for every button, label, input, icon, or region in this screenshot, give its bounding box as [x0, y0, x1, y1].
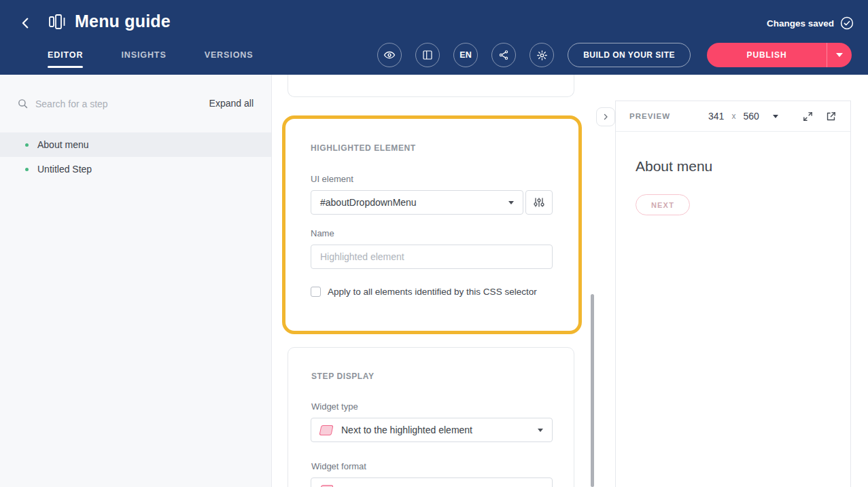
preview-header: PREVIEW 341 x 560 — [616, 101, 850, 132]
widget-format-label: Widget format — [311, 461, 366, 471]
steps-sidebar: Expand all About menu Untitled Step — [0, 75, 272, 487]
check-circle-icon — [840, 16, 854, 30]
gear-icon — [536, 50, 548, 61]
changes-saved-status: Changes saved — [767, 16, 854, 30]
chevron-down-icon — [836, 53, 843, 57]
header-actions: EN BUILD ON YOUR SITE PUBLISH — [377, 43, 852, 67]
publish-button[interactable]: PUBLISH — [707, 43, 827, 67]
back-button[interactable] — [17, 14, 35, 32]
widget-format-select[interactable] — [311, 477, 553, 487]
step-list: About menu Untitled Step — [0, 132, 271, 181]
chevron-down-icon — [773, 115, 778, 118]
settings-button[interactable] — [530, 43, 554, 67]
editor-scrollbar[interactable] — [591, 294, 594, 487]
preview-actions — [802, 111, 837, 122]
collapse-preview-button[interactable] — [596, 107, 615, 126]
highlighted-element-card: HIGHLIGHTED ELEMENT UI element #aboutDro… — [282, 115, 582, 334]
tab-insights[interactable]: INSIGHTS — [121, 38, 166, 75]
share-button[interactable] — [491, 43, 516, 67]
widget-type-label: Widget type — [311, 401, 358, 412]
preview-height: 560 — [743, 111, 759, 122]
ui-element-label: UI element — [311, 174, 353, 184]
name-label: Name — [311, 228, 334, 238]
preview-panel: PREVIEW 341 x 560 About menu NEXT — [615, 101, 851, 487]
apply-all-checkbox[interactable] — [311, 287, 321, 297]
step-item-untitled[interactable]: Untitled Step — [0, 157, 271, 181]
ui-element-select[interactable]: #aboutDropdownMenu — [311, 190, 523, 215]
tab-editor[interactable]: EDITOR — [48, 38, 83, 75]
step-search-row: Expand all — [0, 75, 271, 118]
publish-split-button: PUBLISH — [707, 43, 852, 67]
preview-eye-button[interactable] — [377, 43, 402, 67]
selector-settings-button[interactable] — [525, 190, 553, 215]
editor-canvas: HIGHLIGHTED ELEMENT UI element #aboutDro… — [273, 75, 615, 487]
search-input[interactable] — [35, 96, 178, 111]
widget-format-icon — [319, 485, 333, 487]
fullscreen-button[interactable] — [802, 111, 814, 122]
expand-icon — [802, 111, 814, 122]
step-label: Untitled Step — [37, 164, 92, 175]
share-icon — [498, 50, 509, 60]
open-in-new-tab-button[interactable] — [825, 111, 837, 122]
widget-type-select[interactable]: Next to the highlighted element — [311, 418, 553, 442]
highlighted-element-name-input[interactable] — [311, 245, 553, 269]
preview-label: PREVIEW — [629, 112, 670, 120]
step-display-card: STEP DISPLAY Widget type Next to the hig… — [288, 347, 574, 487]
preview-step-title: About menu — [636, 158, 850, 175]
step-item-about-menu[interactable]: About menu — [0, 132, 271, 157]
chevron-down-icon — [508, 201, 514, 204]
expand-all-link[interactable]: Expand all — [209, 98, 254, 109]
publish-dropdown-button[interactable] — [827, 43, 852, 67]
ui-element-value: #aboutDropdownMenu — [320, 197, 417, 208]
preview-times: x — [731, 111, 735, 121]
chevron-right-icon — [602, 113, 610, 121]
preview-size-select[interactable]: 341 x 560 — [708, 111, 778, 122]
preview-width: 341 — [708, 111, 724, 122]
section-title-step-display: STEP DISPLAY — [311, 372, 375, 381]
layout-icon — [422, 50, 433, 60]
preview-next-button[interactable]: NEXT — [636, 194, 690, 215]
build-on-your-site-button[interactable]: BUILD ON YOUR SITE — [568, 43, 691, 67]
step-dot — [25, 168, 29, 171]
eye-icon — [383, 49, 396, 61]
app-window: Menu guide Changes saved EDITOR INSIGHTS… — [0, 0, 868, 487]
external-link-icon — [825, 111, 837, 122]
language-button[interactable]: EN — [453, 43, 478, 67]
app-header: Menu guide Changes saved EDITOR INSIGHTS… — [0, 0, 868, 75]
page-title: Menu guide — [75, 12, 171, 31]
step-label: About menu — [37, 139, 89, 150]
layout-button[interactable] — [415, 43, 440, 67]
changes-saved-label: Changes saved — [767, 18, 834, 29]
step-dot — [25, 143, 29, 147]
editor-tabs: EDITOR INSIGHTS VERSIONS — [48, 38, 253, 75]
chevron-down-icon — [538, 429, 543, 432]
preview-body: About menu NEXT — [616, 158, 850, 215]
widget-type-value: Next to the highlighted element — [341, 425, 472, 435]
tab-versions[interactable]: VERSIONS — [205, 38, 254, 75]
search-icon — [17, 98, 29, 109]
guide-icon — [48, 13, 67, 31]
previous-settings-card — [288, 75, 574, 97]
chevron-left-icon — [18, 16, 33, 31]
tune-icon — [534, 197, 544, 208]
section-title-highlighted-element: HIGHLIGHTED ELEMENT — [311, 143, 416, 153]
widget-tooltip-icon — [319, 425, 333, 435]
apply-all-label: Apply to all elements identified by this… — [328, 287, 537, 297]
